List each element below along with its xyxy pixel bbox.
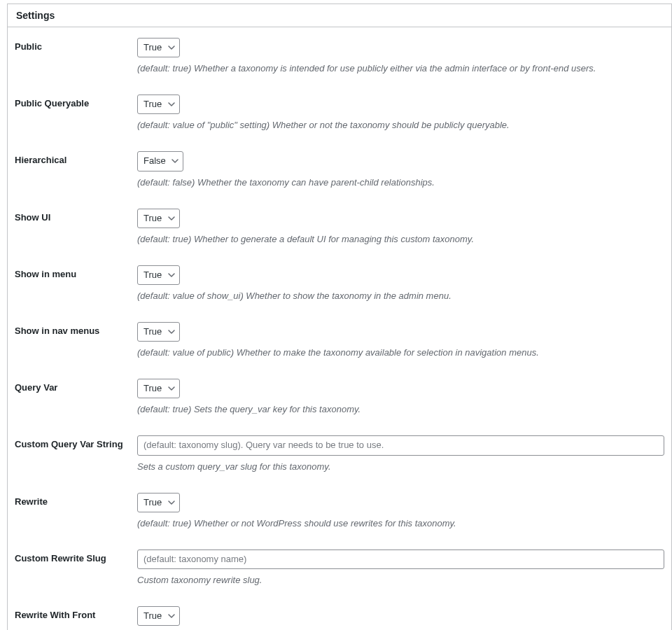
desc-show-ui: (default: true) Whether to generate a de…: [137, 234, 664, 244]
select-show-in-menu[interactable]: True: [137, 265, 180, 285]
select-hierarchical[interactable]: False: [137, 151, 183, 171]
select-public[interactable]: True: [137, 38, 180, 57]
row-rewrite: Rewrite True (default: true) Whether or …: [8, 482, 671, 539]
desc-public: (default: true) Whether a taxonomy is in…: [137, 63, 664, 74]
input-custom-rewrite-slug[interactable]: [137, 550, 664, 569]
desc-show-in-menu: (default: value of show_ui) Whether to s…: [137, 290, 664, 301]
desc-custom-query-var: Sets a custom query_var slug for this ta…: [137, 461, 664, 472]
label-hierarchical: Hierarchical: [8, 141, 137, 197]
label-public: Public: [8, 27, 137, 84]
select-rewrite-with-front[interactable]: True: [137, 606, 180, 626]
label-show-in-menu: Show in menu: [8, 255, 137, 312]
settings-panel-title: Settings: [16, 10, 663, 21]
label-show-in-nav-menus: Show in nav menus: [8, 312, 137, 368]
label-show-ui: Show UI: [8, 198, 137, 255]
row-show-ui: Show UI True (default: true) Whether to …: [8, 198, 671, 255]
label-custom-rewrite-slug: Custom Rewrite Slug: [8, 539, 137, 596]
desc-show-in-nav-menus: (default: value of public) Whether to ma…: [137, 347, 664, 358]
settings-form-table: Public True (default: true) Whether a ta…: [8, 27, 671, 630]
select-public-queryable[interactable]: True: [137, 94, 180, 114]
input-custom-query-var[interactable]: [137, 435, 664, 455]
desc-public-queryable: (default: value of "public" setting) Whe…: [137, 120, 664, 130]
row-hierarchical: Hierarchical False (default: false) Whet…: [8, 141, 671, 197]
row-public: Public True (default: true) Whether a ta…: [8, 27, 671, 84]
label-query-var: Query Var: [8, 368, 137, 425]
select-show-ui[interactable]: True: [137, 209, 180, 228]
label-public-queryable: Public Queryable: [8, 84, 137, 141]
desc-rewrite: (default: true) Whether or not WordPress…: [137, 518, 664, 528]
row-rewrite-with-front: Rewrite With Front True (default: true) …: [8, 596, 671, 630]
settings-panel: Settings Public True (default: true) Whe…: [7, 4, 672, 630]
select-query-var[interactable]: True: [137, 379, 180, 398]
select-rewrite[interactable]: True: [137, 493, 180, 512]
settings-panel-header: Settings: [8, 4, 671, 27]
row-public-queryable: Public Queryable True (default: value of…: [8, 84, 671, 141]
select-show-in-nav-menus[interactable]: True: [137, 322, 180, 342]
row-show-in-nav-menus: Show in nav menus True (default: value o…: [8, 312, 671, 368]
desc-custom-rewrite-slug: Custom taxonomy rewrite slug.: [137, 575, 664, 585]
label-rewrite: Rewrite: [8, 482, 137, 539]
label-rewrite-with-front: Rewrite With Front: [8, 596, 137, 630]
row-custom-rewrite-slug: Custom Rewrite Slug Custom taxonomy rewr…: [8, 539, 671, 596]
desc-query-var: (default: true) Sets the query_var key f…: [137, 404, 664, 414]
desc-hierarchical: (default: false) Whether the taxonomy ca…: [137, 177, 664, 188]
label-custom-query-var: Custom Query Var String: [8, 425, 137, 482]
row-custom-query-var: Custom Query Var String Sets a custom qu…: [8, 425, 671, 482]
row-show-in-menu: Show in menu True (default: value of sho…: [8, 255, 671, 312]
row-query-var: Query Var True (default: true) Sets the …: [8, 368, 671, 425]
